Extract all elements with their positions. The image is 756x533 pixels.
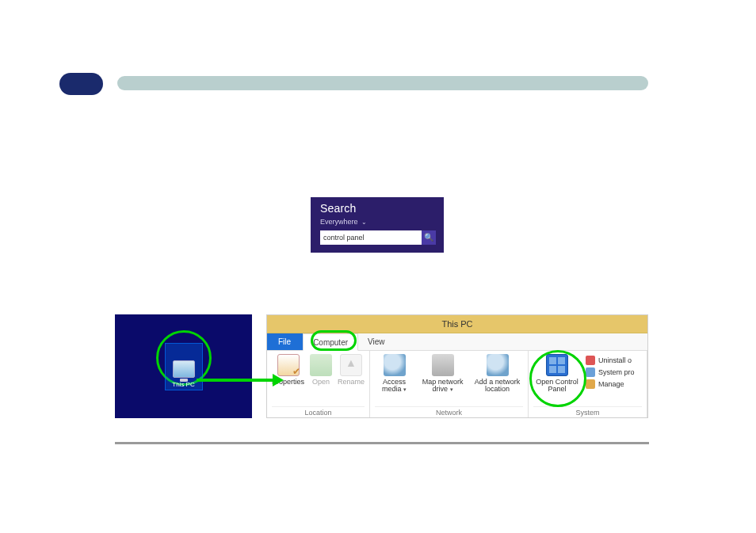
manage-button[interactable]: Manage [586, 379, 635, 389]
open-control-panel-label: Open Control Panel [533, 379, 581, 394]
computer-icon [173, 360, 195, 378]
search-scope-selector[interactable]: Everywhere ⌄ [320, 218, 436, 226]
chevron-down-icon: ⌄ [361, 219, 367, 226]
ribbon-tabs: File Computer View [267, 333, 647, 351]
manage-icon [586, 379, 595, 389]
control-panel-icon [546, 354, 568, 376]
group-label: System [533, 406, 642, 418]
rename-label: Rename [338, 379, 365, 386]
section-badge [59, 73, 103, 95]
map-drive-label: Map network drive [422, 378, 464, 393]
add-network-location-button[interactable]: Add a network location [472, 352, 523, 406]
ribbon-group-network: Access media ▾ Map network drive ▾ Add a… [370, 351, 529, 418]
ribbon-group-location: Properties Open Rename Location [267, 351, 370, 418]
this-pc-shortcut[interactable]: This PC [165, 343, 203, 390]
properties-icon [277, 354, 300, 376]
add-network-label: Add a network location [472, 379, 523, 394]
ribbon-group-system: Open Control Panel Uninstall o System pr… [529, 351, 647, 418]
uninstall-program-button[interactable]: Uninstall o [586, 356, 635, 365]
search-icon: 🔍 [424, 234, 433, 242]
section-heading-bar [117, 76, 648, 90]
search-input[interactable] [320, 230, 422, 245]
open-control-panel-button[interactable]: Open Control Panel [533, 352, 581, 406]
system-properties-button[interactable]: System pro [586, 367, 635, 377]
properties-label: Properties [272, 379, 304, 386]
open-icon [310, 354, 332, 376]
window-title: This PC [267, 315, 647, 333]
this-pc-label: This PC [172, 381, 194, 388]
search-title: Search [320, 202, 436, 215]
explorer-window: This PC File Computer View Properties Op… [266, 314, 648, 418]
tab-view[interactable]: View [358, 333, 395, 350]
manage-label: Manage [598, 380, 624, 388]
rename-button[interactable]: Rename [338, 352, 365, 406]
dropdown-icon: ▾ [450, 386, 453, 392]
system-properties-label: System pro [598, 368, 635, 376]
divider [115, 442, 649, 444]
tab-file[interactable]: File [267, 333, 303, 350]
uninstall-icon [586, 356, 595, 365]
search-button[interactable]: 🔍 [422, 230, 436, 245]
group-label: Location [272, 406, 365, 418]
add-network-icon [487, 354, 509, 376]
system-icon [586, 367, 595, 377]
group-label: Network [375, 406, 523, 418]
open-button[interactable]: Open [309, 352, 333, 406]
rename-icon [340, 354, 362, 376]
desktop-area: This PC [115, 314, 252, 418]
map-drive-button[interactable]: Map network drive ▾ [418, 352, 467, 406]
properties-button[interactable]: Properties [272, 352, 304, 406]
open-label: Open [309, 379, 333, 386]
search-scope-label: Everywhere [320, 218, 358, 226]
media-icon [384, 354, 406, 376]
search-charm-panel: Search Everywhere ⌄ 🔍 [311, 197, 444, 253]
uninstall-label: Uninstall o [598, 356, 632, 364]
access-media-button[interactable]: Access media ▾ [375, 352, 414, 406]
access-media-label: Access media [382, 378, 406, 393]
map-drive-icon [432, 354, 454, 376]
tab-computer[interactable]: Computer [303, 333, 358, 351]
dropdown-icon: ▾ [403, 386, 407, 392]
